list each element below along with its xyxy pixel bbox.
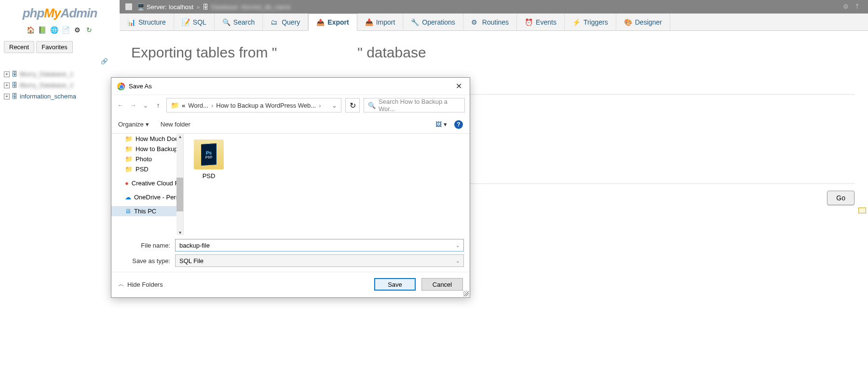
tab-operations[interactable]: 🔧Operations [403, 14, 463, 30]
tree-item[interactable]: 📁Photo [111, 154, 183, 164]
hide-folders-toggle[interactable]: ︿ Hide Folders [118, 280, 163, 289]
tree-item-creative-cloud[interactable]: ●Creative Cloud Files [111, 178, 183, 188]
file-item-label: PSD [190, 172, 228, 180]
path-dropdown-icon[interactable]: ⌄ [332, 102, 337, 109]
refresh-button[interactable]: ↻ [345, 98, 360, 112]
dialog-nav: ← → ⌄ ↑ 📁 « Word... › How to Backup a Wo… [111, 95, 470, 115]
tab-events[interactable]: ⏰Events [517, 14, 565, 30]
path-box[interactable]: 📁 « Word... › How to Backup a WordPress … [166, 98, 341, 112]
help-icon[interactable]: ? [454, 120, 463, 129]
tab-routines[interactable]: ⚙Routines [463, 14, 517, 30]
folder-icon: 📁 [125, 155, 133, 163]
dialog-toolbar: Organize ▾ New folder 🖼 ▾ ? [111, 115, 470, 134]
scroll-down-icon[interactable]: ▾ [176, 230, 183, 235]
path-crumb[interactable]: How to Backup a WordPress Web... [216, 102, 316, 109]
server-value[interactable]: localhost [169, 3, 193, 11]
tab-search[interactable]: 🔍Search [215, 14, 263, 30]
breadcrumb-sep: » [196, 3, 200, 11]
tab-structure[interactable]: 📊Structure [120, 14, 174, 30]
new-folder-button[interactable]: New folder [161, 121, 190, 128]
up-arrow-icon[interactable]: ↑ [154, 101, 163, 109]
tab-favorites[interactable]: Favorites [36, 41, 72, 53]
expand-icon[interactable]: + [4, 71, 10, 77]
search-placeholder: Search How to Backup a Wor... [379, 98, 461, 112]
folder-icon: 📁 [125, 145, 133, 153]
tree-item-onedrive[interactable]: ☁OneDrive - Personal [111, 192, 183, 202]
chevron-down-icon[interactable]: ⌄ [456, 243, 460, 248]
save-type-value: SQL File [179, 257, 203, 265]
tab-label: Structure [138, 18, 166, 26]
docs-icon[interactable]: 📄 [62, 26, 69, 34]
toolbar-right: 🖼 ▾ ? [433, 119, 463, 129]
path-prefix: « [182, 102, 185, 109]
routines-icon: ⚙ [471, 18, 479, 26]
tree-item-this-pc[interactable]: 🖥This PC [111, 206, 183, 216]
collapse-up-icon[interactable]: ⤒ [854, 3, 862, 11]
go-button[interactable]: Go [827, 191, 854, 205]
logo-part-my: My [44, 6, 60, 20]
resize-grip[interactable] [463, 291, 469, 296]
psd-icon: PsPSD [201, 143, 217, 166]
db-tree-item[interactable]: + 🗄 information_schema [4, 91, 116, 102]
search-box[interactable]: 🔍 Search How to Backup a Wor... [364, 98, 465, 112]
heading-suffix: " database [357, 44, 426, 60]
page-heading: Exporting tables from " " database [131, 44, 856, 61]
tree-item-label: How to Backup [136, 145, 177, 153]
scrollbar[interactable]: ▴ ▾ [176, 134, 183, 235]
db-icon: 🗄 [12, 93, 18, 100]
reload-icon[interactable]: ↻ [85, 26, 93, 34]
exit-icon[interactable]: 📗 [38, 26, 46, 34]
scroll-up-icon[interactable]: ▴ [176, 134, 183, 139]
file-name-value: backup-file [179, 242, 210, 249]
close-icon[interactable]: ✕ [454, 82, 464, 91]
import-icon: 📥 [365, 18, 373, 26]
scroll-thumb[interactable] [176, 178, 183, 211]
tab-triggers[interactable]: ⚡Triggers [565, 14, 616, 30]
tab-label: Designer [635, 18, 662, 26]
save-as-dialog: Save As ✕ ← → ⌄ ↑ 📁 « Word... › How to B… [111, 77, 470, 298]
forward-arrow-icon[interactable]: → [129, 101, 137, 109]
db-icon: 🗄 [12, 82, 18, 89]
expand-icon[interactable]: + [4, 94, 10, 99]
globe-icon[interactable]: 🌐 [50, 26, 58, 34]
tab-recent[interactable]: Recent [4, 41, 34, 53]
view-mode-button[interactable]: 🖼 ▾ [433, 119, 449, 129]
tab-import[interactable]: 📥Import [357, 14, 404, 30]
this-pc-icon: 🖥 [125, 208, 131, 215]
tab-export[interactable]: 📤Export [308, 14, 357, 31]
gear-icon[interactable]: ⚙ [74, 26, 81, 34]
collapse-sidebar-icon[interactable] [125, 3, 132, 10]
db-value[interactable]: blurred_db_name [242, 3, 291, 11]
tab-label: Query [282, 18, 300, 26]
link-icon[interactable]: 🔗 [0, 55, 120, 69]
path-sep: › [319, 102, 321, 109]
tab-sql[interactable]: 📝SQL [174, 14, 215, 30]
recent-dropdown-icon[interactable]: ⌄ [141, 101, 150, 109]
path-crumb[interactable]: Word... [188, 102, 208, 109]
file-name-label: File name: [117, 242, 175, 249]
db-tree-item[interactable]: + 🗄 Blurry_Database_2 [4, 80, 116, 91]
gear-icon[interactable]: ⚙ [843, 3, 851, 11]
tree-item[interactable]: 📁PSD [111, 164, 183, 174]
logo-part-admin: Admin [60, 6, 97, 20]
organize-button[interactable]: Organize ▾ [118, 121, 149, 128]
tree-item[interactable]: 📁How to Backup [111, 144, 183, 154]
file-name-input[interactable]: backup-file ⌄ [175, 239, 464, 251]
save-type-select[interactable]: SQL File ⌄ [175, 254, 464, 267]
tab-designer[interactable]: 🎨Designer [616, 14, 670, 30]
db-label: information_schema [20, 93, 76, 100]
folder-tree: 📁How Much Does 📁How to Backup 📁Photo 📁PS… [111, 134, 184, 235]
file-area[interactable]: PsPSD PSD [184, 134, 470, 235]
tree-item[interactable]: 📁How Much Does [111, 134, 183, 144]
cancel-button[interactable]: Cancel [421, 278, 463, 291]
file-item-psd[interactable]: PsPSD PSD [190, 140, 228, 180]
expand-icon[interactable]: + [4, 83, 10, 88]
db-tree-item[interactable]: + 🗄 Blurry_Database_1 [4, 69, 116, 80]
chevron-down-icon[interactable]: ⌄ [456, 258, 460, 264]
save-type-row: Save as type: SQL File ⌄ [117, 254, 464, 267]
bookmark-icon[interactable] [858, 208, 866, 213]
back-arrow-icon[interactable]: ← [116, 101, 125, 109]
save-button[interactable]: Save [374, 278, 416, 291]
tab-query[interactable]: 🗂Query [263, 14, 308, 30]
home-icon[interactable]: 🏠 [27, 26, 34, 34]
